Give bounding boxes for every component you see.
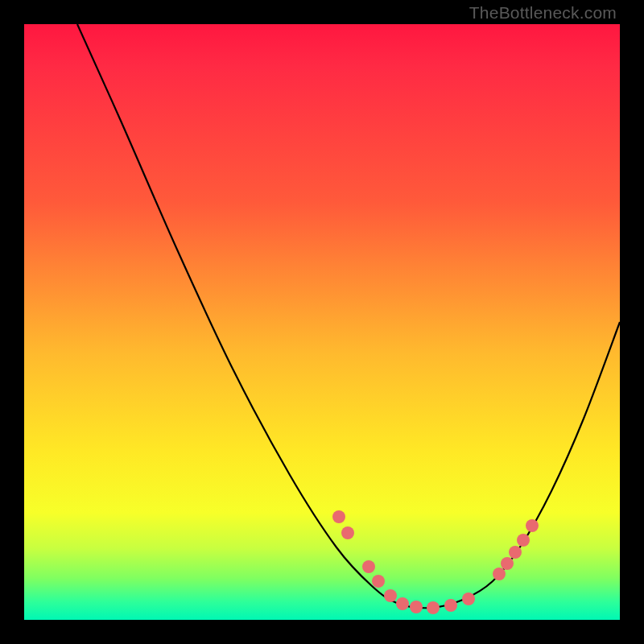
marker-dot [362,560,375,573]
marker-dot [396,597,409,610]
marker-dot [410,601,423,613]
marker-dot [384,589,397,602]
bottleneck-curve [77,24,620,608]
marker-dot [509,546,522,559]
marker-dot [372,575,385,588]
marker-dot [501,557,514,570]
marker-dot [332,510,345,523]
marker-dot [341,526,354,539]
marker-dot [526,519,539,532]
marker-dot [462,592,475,605]
plot-area [24,24,620,620]
marker-dot [427,601,440,614]
chart-stage: TheBottleneck.com [0,0,644,644]
marker-dot [444,599,457,612]
marker-dot [493,568,506,580]
curve-svg [24,24,620,620]
marker-dot [517,534,530,547]
watermark-text: TheBottleneck.com [469,3,617,23]
marker-group [332,510,539,614]
